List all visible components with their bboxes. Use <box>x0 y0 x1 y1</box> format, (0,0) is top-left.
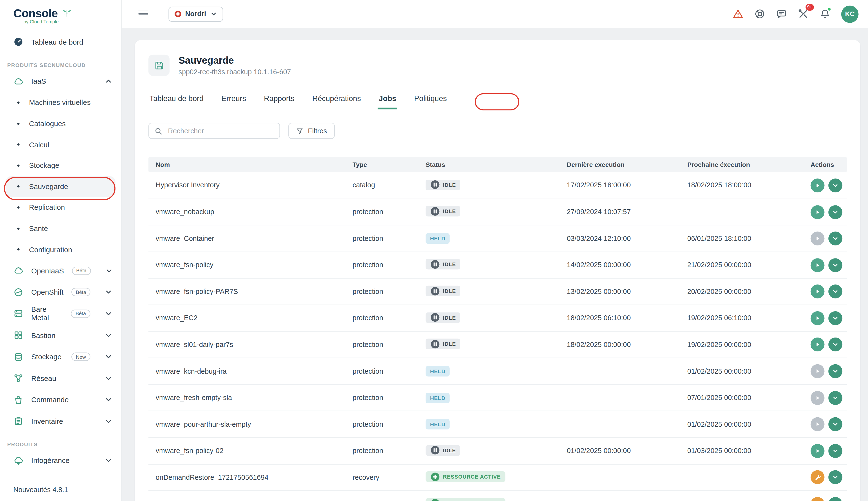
sidebar-item-openiaas[interactable]: OpenIaaSBéta <box>0 260 121 281</box>
run-job-button[interactable] <box>811 444 825 458</box>
organization-switcher[interactable]: Nordri <box>169 7 223 21</box>
sidebar-item-catalogues[interactable]: Catalogues <box>0 113 121 134</box>
bullet-icon <box>17 143 20 146</box>
job-type: protection <box>345 420 418 428</box>
tab-recuperations[interactable]: Récupérations <box>311 92 362 109</box>
run-job-button[interactable] <box>811 258 825 272</box>
search-input[interactable] <box>167 126 274 135</box>
run-job-button[interactable] <box>811 338 825 352</box>
run-job-button[interactable] <box>811 205 825 219</box>
status-badge: RESSOURCE ACTIVE <box>426 498 505 501</box>
server-icon <box>13 309 24 319</box>
job-type: protection <box>345 367 418 375</box>
sidebar-item-sauvegarde[interactable]: Sauvegarde <box>6 176 116 197</box>
restore-action-button[interactable] <box>811 470 825 484</box>
job-actions-dropdown-button[interactable] <box>828 205 843 219</box>
job-actions-dropdown-button[interactable] <box>828 232 843 245</box>
menu-toggle-button[interactable] <box>138 10 149 18</box>
next-execution: 01/03/2025 00:00:00 <box>680 447 803 455</box>
run-job-button[interactable] <box>811 417 825 431</box>
sidebar-item-reseau[interactable]: Réseau <box>0 367 121 389</box>
job-actions-dropdown-button[interactable] <box>828 178 843 192</box>
job-type: protection <box>345 447 418 455</box>
sidebar-item-replication[interactable]: Replication <box>0 197 121 218</box>
sidebar-item-infogerance[interactable]: Infogérance <box>0 450 121 471</box>
filters-label: Filtres <box>308 127 327 135</box>
release-notes-link[interactable]: Nouveautés 4.8.1 <box>13 486 68 493</box>
job-actions-dropdown-button[interactable] <box>828 470 843 484</box>
main-content: Sauvegarde spp02-rec-th3s.rbackup 10.1.1… <box>121 29 868 501</box>
dashboard-icon <box>13 37 24 47</box>
tab-jobs[interactable]: Jobs <box>378 92 397 109</box>
bullet-icon <box>17 248 20 250</box>
sidebar-item-bare-metal[interactable]: Bare MetalBéta <box>0 303 121 324</box>
run-job-button[interactable] <box>811 391 825 405</box>
alerts-warning-icon[interactable] <box>732 9 743 20</box>
filters-button[interactable]: Filtres <box>288 123 335 139</box>
jobs-table-body: Hypervisor Inventory catalog IDLE 17/02/… <box>148 172 847 501</box>
sidebar-item-inventaire[interactable]: Inventaire <box>0 411 121 432</box>
job-name: vmware_sl01-daily-par7s <box>148 341 345 349</box>
next-execution: 19/02/2025 06:10:00 <box>680 314 803 322</box>
table-row: vmware_sl01-daily-par7s protection IDLE … <box>148 332 847 358</box>
job-actions-dropdown-button[interactable] <box>828 497 843 501</box>
sidebar-nav: Tableau de bordPRODUITS SECNUMCLOUDIaaSM… <box>0 31 121 472</box>
sidebar-item-iaas[interactable]: IaaS <box>0 71 121 92</box>
job-status-cell: RESSOURCE ACTIVE <box>418 498 559 501</box>
job-status-cell: HELD <box>418 366 559 376</box>
sidebar-item-stockage[interactable]: Stockage <box>0 155 121 176</box>
bullet-icon <box>17 227 20 230</box>
chevron-down-icon <box>105 375 112 382</box>
run-job-button[interactable] <box>811 364 825 378</box>
sidebar-item-machines-virtuelles[interactable]: Machines virtuelles <box>0 92 121 113</box>
sidebar-item-tableau-de-bord[interactable]: Tableau de bord <box>0 31 121 53</box>
user-avatar[interactable]: KC <box>841 5 859 23</box>
pause-icon <box>430 445 440 456</box>
beta-badge: Béta <box>71 288 91 297</box>
job-actions-dropdown-button[interactable] <box>828 417 843 431</box>
restore-action-button[interactable] <box>811 497 825 501</box>
sidebar-item-calcul[interactable]: Calcul <box>0 134 121 155</box>
organization-icon <box>174 11 181 17</box>
job-actions-dropdown-button[interactable] <box>828 285 843 299</box>
sidebar-item-configuration[interactable]: Configuration <box>0 239 121 260</box>
tab-tableau-de-bord[interactable]: Tableau de bord <box>148 92 204 109</box>
chevron-down-icon <box>105 457 112 464</box>
tab-politiques[interactable]: Politiques <box>413 92 448 109</box>
column-header-actions: Actions <box>803 161 847 168</box>
sidebar-item-openshift[interactable]: OpenShiftBéta <box>0 281 121 303</box>
sidebar-item-commande[interactable]: Commande <box>0 389 121 411</box>
logo[interactable]: Console by Cloud Temple <box>0 0 121 31</box>
job-actions-dropdown-button[interactable] <box>828 444 843 458</box>
job-actions-dropdown-button[interactable] <box>828 364 843 378</box>
table-row: vmware_fsn-policy-02 protection IDLE 01/… <box>148 438 847 464</box>
feedback-chat-icon[interactable] <box>776 9 787 20</box>
pause-icon <box>430 339 440 349</box>
job-actions-dropdown-button[interactable] <box>828 311 843 325</box>
notifications-bell-icon[interactable] <box>819 9 831 20</box>
job-actions-dropdown-button[interactable] <box>828 391 843 405</box>
sidebar-item-sante[interactable]: Santé <box>0 218 121 239</box>
sidebar-item-label: OpenShift <box>31 288 64 297</box>
tab-erreurs[interactable]: Erreurs <box>220 92 247 109</box>
tabs: Tableau de bordErreursRapportsRécupérati… <box>148 92 847 109</box>
run-job-button[interactable] <box>811 285 825 299</box>
actions-cell <box>803 311 847 325</box>
tab-rapports[interactable]: Rapports <box>263 92 296 109</box>
job-name: onDemandRestore_1721750561694 <box>148 473 345 481</box>
job-actions-dropdown-button[interactable] <box>828 338 843 352</box>
help-lifebuoy-icon[interactable] <box>754 9 765 20</box>
run-job-button[interactable] <box>811 232 825 245</box>
sidebar-section-produits: PRODUITS <box>0 439 121 450</box>
sidebar-item-label: Replication <box>29 203 65 212</box>
run-job-button[interactable] <box>811 178 825 192</box>
search-icon <box>154 127 162 135</box>
sidebar-item-stockage[interactable]: StockageNew <box>0 346 121 367</box>
job-actions-dropdown-button[interactable] <box>828 258 843 272</box>
job-status-cell: IDLE <box>418 312 559 324</box>
tools-icon[interactable]: 9+ <box>797 9 809 20</box>
cloud-icon <box>13 266 24 276</box>
run-job-button[interactable] <box>811 311 825 325</box>
sidebar-item-bastion[interactable]: Bastion <box>0 324 121 346</box>
job-type: recovery <box>345 500 418 501</box>
